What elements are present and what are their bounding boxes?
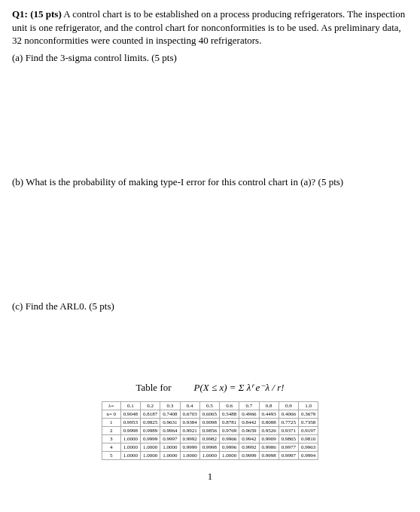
- row-x: 2: [102, 426, 120, 434]
- cell: 0.6065: [199, 410, 219, 418]
- cell: 0.8781: [220, 418, 239, 426]
- cell: 0.9098: [199, 418, 219, 426]
- col-header: 0.9: [278, 401, 298, 410]
- cell: 0.9997: [160, 434, 180, 443]
- table-row: x= 00.90480.81870.74080.67030.60650.5488…: [102, 410, 318, 418]
- cell: 0.9982: [199, 434, 219, 443]
- table-caption-row: Table for P(X ≤ x) = Σ λʳ e⁻λ / r!: [12, 382, 408, 394]
- cell: 0.9992: [239, 443, 259, 451]
- cell: 1.0000: [160, 451, 180, 459]
- col-header: 0.3: [160, 401, 180, 410]
- cell: 1.0000: [141, 451, 160, 459]
- part-b: (b) What is the probability of making ty…: [12, 176, 408, 188]
- cell: 0.8442: [239, 418, 259, 426]
- cell: 1.0000: [199, 451, 219, 459]
- cell: 0.3679: [299, 410, 318, 418]
- col-header: 0.8: [259, 401, 278, 410]
- cell: 0.9909: [259, 434, 278, 443]
- table-row: 20.99980.99890.99640.99210.98560.97690.9…: [102, 426, 318, 434]
- table-for-label: Table for: [135, 382, 171, 394]
- cell: 1.0000: [120, 451, 140, 459]
- cell: 0.9998: [199, 443, 219, 451]
- poisson-table: λ= 0.1 0.2 0.3 0.4 0.5 0.6 0.7 0.8 0.9 1…: [102, 401, 319, 460]
- row-x: 4: [102, 443, 120, 451]
- cell: 0.9526: [259, 426, 278, 434]
- col-header: 0.6: [220, 401, 239, 410]
- cell: 0.8088: [259, 418, 278, 426]
- part-c: (c) Find the ARL0. (5 pts): [12, 300, 408, 312]
- cell: 0.4493: [259, 410, 278, 418]
- part-a: (a) Find the 3-sigma control limits. (5 …: [12, 52, 408, 64]
- spacer-b: [12, 191, 408, 300]
- cell: 0.9999: [141, 434, 160, 443]
- cell: 0.6703: [180, 410, 199, 418]
- spacer-c: [12, 315, 408, 368]
- row-x: 5: [102, 451, 120, 459]
- table-row: 10.99530.98250.96310.93840.90980.87810.8…: [102, 418, 318, 426]
- cell: 0.9921: [180, 426, 199, 434]
- cell: 0.7358: [299, 418, 318, 426]
- cell: 0.9865: [278, 434, 298, 443]
- cell: 0.9998: [120, 426, 140, 434]
- cell: 0.9631: [160, 418, 180, 426]
- cell: 0.4066: [278, 410, 298, 418]
- cell: 1.0000: [120, 434, 140, 443]
- cell: 1.0000: [141, 443, 160, 451]
- lambda-header: λ=: [102, 401, 120, 410]
- cell: 0.9997: [278, 451, 298, 459]
- cell: 1.0000: [120, 443, 140, 451]
- question-intro: Q1: (15 pts) A control chart is to be es…: [12, 8, 408, 47]
- cell: 0.9999: [180, 443, 199, 451]
- cell: 0.9659: [239, 426, 259, 434]
- cell: 0.9942: [239, 434, 259, 443]
- col-header: 1.0: [299, 401, 318, 410]
- cell: 0.9999: [239, 451, 259, 459]
- cell: 0.9989: [141, 426, 160, 434]
- cell: 0.8187: [141, 410, 160, 418]
- cell: 1.0000: [160, 443, 180, 451]
- row-x: 3: [102, 434, 120, 443]
- cell: 1.0000: [180, 451, 199, 459]
- cell: 0.5488: [220, 410, 239, 418]
- col-header: 0.4: [180, 401, 199, 410]
- poisson-formula: P(X ≤ x) = Σ λʳ e⁻λ / r!: [194, 382, 285, 394]
- cell: 0.9964: [160, 426, 180, 434]
- cell: 0.9371: [278, 426, 298, 434]
- cell: 0.9769: [220, 426, 239, 434]
- question-text: A control chart is to be established on …: [12, 8, 405, 46]
- table-row: 41.00001.00001.00000.99990.99980.99960.9…: [102, 443, 318, 451]
- cell: 0.9963: [299, 443, 318, 451]
- row-x: x= 0: [102, 410, 120, 418]
- cell: 0.9994: [299, 451, 318, 459]
- cell: 0.9998: [259, 451, 278, 459]
- page-number: 1: [12, 471, 408, 483]
- cell: 0.9048: [120, 410, 140, 418]
- row-x: 1: [102, 418, 120, 426]
- cell: 1.0000: [220, 451, 239, 459]
- cell: 0.9825: [141, 418, 160, 426]
- cell: 0.9996: [220, 443, 239, 451]
- cell: 0.9810: [299, 434, 318, 443]
- question-label: Q1: (15 pts): [12, 8, 62, 20]
- cell: 0.4966: [239, 410, 259, 418]
- col-header: 0.5: [199, 401, 219, 410]
- table-header-row: λ= 0.1 0.2 0.3 0.4 0.5 0.6 0.7 0.8 0.9 1…: [102, 401, 318, 410]
- table-row: 31.00000.99990.99970.99920.99820.99660.9…: [102, 434, 318, 443]
- cell: 0.7408: [160, 410, 180, 418]
- col-header: 0.1: [120, 401, 140, 410]
- cell: 0.9992: [180, 434, 199, 443]
- cell: 0.9384: [180, 418, 199, 426]
- cell: 0.9953: [120, 418, 140, 426]
- cell: 0.9966: [220, 434, 239, 443]
- spacer-a: [12, 67, 408, 176]
- cell: 0.9856: [199, 426, 219, 434]
- cell: 0.7725: [278, 418, 298, 426]
- col-header: 0.7: [239, 401, 259, 410]
- cell: 0.9986: [259, 443, 278, 451]
- table-row: 51.00001.00001.00001.00001.00001.00000.9…: [102, 451, 318, 459]
- cell: 0.9977: [278, 443, 298, 451]
- col-header: 0.2: [141, 401, 160, 410]
- cell: 0.9197: [299, 426, 318, 434]
